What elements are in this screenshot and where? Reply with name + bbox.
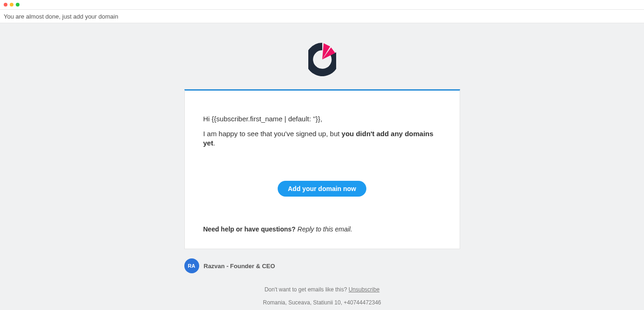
maximize-icon[interactable] (16, 3, 20, 7)
sender-label: Razvan - Founder & CEO (204, 262, 275, 270)
minimize-icon[interactable] (10, 3, 13, 7)
help-answer: Reply to this email. (296, 225, 352, 233)
email-canvas: Hi {{subscriber.first_name | default: ''… (0, 23, 644, 310)
sender-name: Razvan (204, 263, 225, 270)
email-card: Hi {{subscriber.first_name | default: ''… (184, 89, 460, 249)
footer-unsub-line: Don't want to get emails like this? Unsu… (0, 286, 644, 293)
email-footer: Don't want to get emails like this? Unsu… (0, 286, 644, 306)
footer-address: Romania, Suceava, Statiunii 10, +4074447… (0, 299, 644, 306)
logo-wrap (0, 42, 644, 76)
sender-row: RA Razvan - Founder & CEO (184, 258, 460, 273)
sender-role: Founder & CEO (230, 263, 275, 270)
cta-wrap: Add your domain now (203, 181, 441, 197)
subject-bar: You are almost done, just add your domai… (0, 9, 644, 23)
unsub-prefix: Don't want to get emails like this? (265, 286, 349, 293)
avatar: RA (184, 258, 199, 273)
help-question: Need help or have questions? (203, 225, 296, 233)
intro-part2: . (213, 139, 215, 147)
window-titlebar (0, 0, 644, 9)
intro-part1: I am happy to see that you've signed up,… (203, 130, 342, 138)
sender-separator: - (225, 263, 230, 270)
unsubscribe-link[interactable]: Unsubscribe (349, 286, 380, 293)
help-line: Need help or have questions? Reply to th… (203, 225, 441, 233)
close-icon[interactable] (4, 3, 7, 7)
email-subject: You are almost done, just add your domai… (4, 13, 118, 20)
brand-logo-icon (308, 42, 336, 76)
add-domain-button[interactable]: Add your domain now (278, 181, 366, 197)
greeting-text: Hi {{subscriber.first_name | default: ''… (203, 115, 441, 123)
intro-text: I am happy to see that you've signed up,… (203, 129, 441, 148)
